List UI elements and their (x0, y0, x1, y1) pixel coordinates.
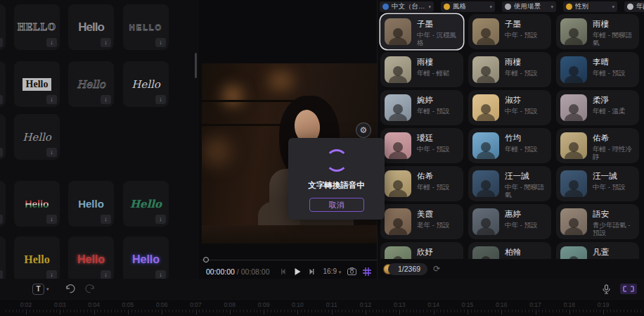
ruler-tick (566, 310, 567, 312)
previous-frame-button[interactable] (280, 268, 287, 275)
ruler-tick (193, 310, 193, 312)
text-template-card[interactable]: Hello↓ (123, 236, 169, 279)
voice-card[interactable]: 雨樓年輕 - 輕鬆 (380, 52, 463, 87)
text-template-card[interactable]: Hello↓ (68, 61, 114, 107)
download-icon[interactable]: ↓ (46, 270, 57, 279)
download-icon[interactable]: ↓ (155, 95, 166, 104)
text-template-card[interactable]: Hello↓ (68, 4, 114, 50)
text-template-card[interactable]: Hello↓ (68, 236, 114, 279)
cancel-button[interactable]: 取消 (309, 198, 364, 212)
ruler-tick (60, 310, 60, 315)
template-preview-text: Hello (77, 253, 105, 266)
text-tool-button[interactable]: T ▾ (32, 284, 49, 295)
voice-card[interactable]: 竹均年輕 - 預設 (468, 128, 551, 163)
left-panel-scrollbar[interactable] (195, 53, 197, 78)
text-template-card-clipped[interactable] (0, 114, 6, 160)
preview-progress-track[interactable] (202, 260, 377, 260)
ruler-tick (475, 310, 475, 312)
filter-dropdown-scene-quotes[interactable]: 使用場景▾ (502, 1, 556, 12)
download-icon[interactable]: ↓ (155, 270, 166, 279)
text-template-card-clipped[interactable] (0, 4, 6, 50)
text-template-card[interactable]: Hello↓ (14, 181, 60, 227)
voice-avatar (385, 208, 411, 235)
ruler-tick (583, 310, 584, 312)
microphone-icon[interactable] (603, 284, 610, 294)
text-template-card[interactable]: HELLO↓ (14, 4, 60, 50)
aspect-ratio-button[interactable]: 16:9 ▾ (323, 267, 342, 275)
filter-dropdown-age-person[interactable]: 年齡▾ (624, 1, 644, 12)
download-icon[interactable]: ↓ (46, 215, 57, 224)
playhead-knob[interactable] (203, 257, 209, 263)
download-icon[interactable]: ↓ (101, 215, 111, 224)
voice-card[interactable]: 雨樓年輕 - 閒聊語氣 (556, 14, 639, 49)
text-template-panel: HELLO↓Hello↓HELLO↓Hello↓Hello↓Hello↓Hell… (0, 0, 199, 279)
text-template-card-clipped[interactable] (0, 181, 6, 227)
ruler-tick (101, 310, 101, 312)
voice-name: 婉婷 (417, 95, 433, 106)
text-template-card[interactable]: Hello↓ (123, 181, 169, 227)
voice-name: 欣妤 (417, 247, 433, 258)
video-settings-gear-icon[interactable]: ⚙ (356, 122, 371, 138)
ruler-tick (461, 310, 461, 312)
download-icon[interactable]: ↓ (155, 38, 166, 47)
voice-card[interactable]: 淑芬中年 - 預設 (468, 90, 551, 125)
download-icon[interactable]: ↓ (46, 148, 57, 157)
text-template-card[interactable]: HELLO↓ (123, 4, 169, 50)
download-icon[interactable]: ↓ (46, 38, 57, 47)
ruler-tick (148, 310, 149, 312)
voice-card[interactable]: 佑希年輕 - 理性冷靜 (556, 128, 639, 163)
voice-avatar (560, 132, 587, 159)
voice-card[interactable]: 佑希年輕 - 預設 (380, 166, 463, 201)
voice-card[interactable]: 語安青少年語氣 - 預設 (556, 204, 639, 239)
current-time: 00:00:00 (206, 267, 235, 276)
captions-icon[interactable] (620, 284, 637, 294)
voice-description: 中年 - 預設 (505, 31, 548, 39)
voice-card[interactable]: 璦廷中年 - 預設 (380, 128, 463, 163)
text-template-card[interactable]: Hello↓ (68, 181, 114, 227)
voice-card[interactable]: 美霞老年 - 預設 (380, 204, 463, 239)
voice-card[interactable]: 惠婷中年 - 預設 (468, 204, 551, 239)
voice-card[interactable]: 汪一誠中年 - 預設 (556, 166, 639, 201)
text-template-card[interactable]: Hello↓ (14, 114, 60, 160)
download-icon[interactable]: ↓ (101, 95, 111, 104)
next-frame-button[interactable] (308, 268, 315, 275)
ruler-time-label: 0:14 (427, 301, 439, 308)
voice-card[interactable]: 子墨中年 - 預設 (468, 14, 551, 49)
ruler-tick (182, 310, 183, 312)
download-icon[interactable]: ↓ (101, 270, 111, 279)
text-template-card-clipped[interactable] (0, 61, 6, 107)
timeline-ruler[interactable]: 0:020:030:040:050:060:070:080:090:100:11… (0, 299, 644, 316)
download-icon[interactable]: ↓ (155, 215, 166, 224)
download-icon[interactable]: ↓ (46, 95, 57, 104)
play-button[interactable] (293, 267, 302, 276)
voice-card[interactable]: 李晴年輕 - 預設 (556, 52, 639, 87)
voice-card[interactable]: 婉婷年輕 - 預設 (380, 90, 463, 125)
text-template-card-clipped[interactable] (0, 236, 6, 279)
snapshot-camera-icon[interactable] (347, 267, 356, 275)
redo-icon[interactable] (85, 284, 96, 293)
filter-dropdown-gender[interactable]: 性別▾ (563, 1, 617, 12)
filter-dropdown-style-smiley[interactable]: 風格▾ (441, 1, 495, 12)
ruler-tick (124, 310, 125, 312)
text-template-card[interactable]: Hello↓ (14, 236, 60, 279)
ruler-tick (271, 310, 271, 312)
time-display: 00:00:00 / 00:08:00 (206, 267, 270, 276)
filter-dropdown-language-globe[interactable]: 中文（台…▾ (380, 1, 434, 12)
download-icon[interactable]: ↓ (101, 38, 111, 47)
ruler-tick (484, 310, 485, 312)
voice-card[interactable]: 雨樓年輕 - 預設 (468, 52, 551, 87)
text-template-card[interactable]: Hello↓ (123, 61, 169, 107)
ruler-tick (138, 310, 139, 312)
voice-card[interactable]: 柔淨年輕 - 溫柔 (556, 90, 639, 125)
undo-icon[interactable] (65, 284, 75, 293)
ruler-tick (158, 310, 159, 312)
refresh-icon[interactable]: ⟳ (433, 264, 440, 274)
scene-light (202, 127, 238, 176)
voice-card[interactable]: 汪一誠中年 - 閒聊語氣 (468, 166, 551, 201)
ruler-tick (505, 310, 505, 312)
ruler-tick (97, 310, 98, 312)
voice-card[interactable]: 子墨中年 - 沉穩風格 (380, 14, 463, 49)
snap-grid-icon[interactable] (363, 267, 371, 276)
text-template-card[interactable]: Hello↓ (14, 61, 60, 107)
ruler-tick (169, 310, 169, 312)
